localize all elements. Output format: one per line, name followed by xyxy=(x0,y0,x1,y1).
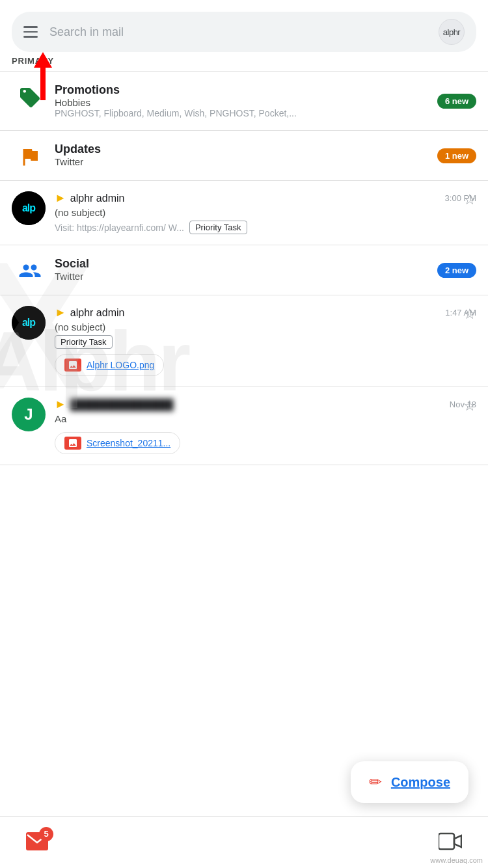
arrow-up-icon xyxy=(34,52,52,68)
updates-title: Updates xyxy=(55,142,432,156)
email-preview-1: Visit: https://playearnfi.com/ W... xyxy=(55,223,184,233)
video-icon xyxy=(439,832,462,850)
star-icon-2[interactable]: ☆ xyxy=(463,306,476,323)
footer-watermark: www.deuaq.com xyxy=(430,856,483,864)
search-input[interactable]: Search in mail xyxy=(49,25,439,39)
mail-badge: 5 xyxy=(39,827,53,841)
social-subtitle: Twitter xyxy=(55,271,432,282)
email-content-2: ► alphr admin 1:47 AM (no subject) Prior… xyxy=(55,306,476,376)
email-preview-row-1: Visit: https://playearnfi.com/ W... Prio… xyxy=(55,221,476,234)
compose-button[interactable]: ✏ Compose xyxy=(351,761,468,803)
hamburger-line-1 xyxy=(23,26,38,28)
hamburger-line-3 xyxy=(23,36,38,38)
sender-name-2: alphr admin xyxy=(70,307,125,319)
priority-arrow-icon-2: ► xyxy=(55,306,66,319)
category-social[interactable]: Social Twitter 2 new xyxy=(0,245,488,295)
updates-subtitle: Twitter xyxy=(55,156,432,167)
primary-tab[interactable]: PRIMARY xyxy=(0,52,488,71)
hamburger-menu-button[interactable] xyxy=(23,26,38,38)
social-badge: 2 new xyxy=(437,263,476,278)
promotions-preview: PNGHOST, Flipboard, Medium, Wish, PNGHOS… xyxy=(55,108,367,118)
star-icon-1[interactable]: ☆ xyxy=(463,191,476,208)
social-title: Social xyxy=(55,257,432,271)
attachment-name-2: Screenshot_20211... xyxy=(87,438,170,448)
email-subject-2: (no subject) xyxy=(55,321,476,332)
compose-pencil-icon: ✏ xyxy=(369,773,382,791)
updates-content: Updates Twitter xyxy=(55,142,432,167)
flag-icon xyxy=(12,142,48,169)
email-row-1[interactable]: alp ► alphr admin 3:00 PM (no subject) V… xyxy=(0,181,488,245)
priority-arrow-icon-3: ► xyxy=(55,398,66,411)
promotions-content: Promotions Hobbies PNGHOST, Flipboard, M… xyxy=(55,83,432,118)
priority-task-badge-2: Priority Task xyxy=(55,335,113,349)
priority-task-badge-1: Priority Task xyxy=(189,221,247,234)
arrow-stem xyxy=(40,68,46,100)
bottom-bar: 5 xyxy=(0,816,488,868)
attachment-chip-1[interactable]: Alphr LOGO.png xyxy=(55,354,164,376)
star-icon-3[interactable]: ☆ xyxy=(463,398,476,414)
compose-label: Compose xyxy=(391,775,450,790)
avatar[interactable]: alphr xyxy=(439,19,465,45)
promotions-badge: 6 new xyxy=(437,94,476,109)
email-subject-1: (no subject) xyxy=(55,207,476,218)
mail-tab-button[interactable]: 5 xyxy=(26,832,48,853)
email-subject-3: Aa xyxy=(55,413,476,424)
email-sender-2: ► alphr admin xyxy=(55,306,124,319)
video-tab-button[interactable] xyxy=(439,832,462,853)
category-promotions[interactable]: Promotions Hobbies PNGHOST, Flipboard, M… xyxy=(0,72,488,131)
sender-name-1: alphr admin xyxy=(70,193,125,204)
email-header-3: ► ██████████████ Nov 18 xyxy=(55,398,476,411)
alphr-avatar-1: alp xyxy=(12,191,46,225)
email-row-2[interactable]: alp ► alphr admin 1:47 AM (no subject) P… xyxy=(0,295,488,387)
priority-arrow-icon-1: ► xyxy=(55,191,66,205)
hamburger-line-2 xyxy=(23,31,38,33)
email-row-3[interactable]: J ► ██████████████ Nov 18 Aa Screenshot_… xyxy=(0,387,488,465)
email-header-1: ► alphr admin 3:00 PM xyxy=(55,191,476,205)
category-updates[interactable]: Updates Twitter 1 new xyxy=(0,131,488,181)
updates-badge: 1 new xyxy=(437,148,476,163)
annotation-arrow xyxy=(34,52,52,100)
social-content: Social Twitter xyxy=(55,257,432,282)
email-content-1: ► alphr admin 3:00 PM (no subject) Visit… xyxy=(55,191,476,234)
sender-name-blurred: ██████████████ xyxy=(70,399,174,411)
image-attachment-icon-1 xyxy=(64,359,81,372)
email-header-2: ► alphr admin 1:47 AM xyxy=(55,306,476,319)
search-bar: Search in mail alphr xyxy=(12,12,476,52)
email-content-3: ► ██████████████ Nov 18 Aa Screenshot_20… xyxy=(55,398,476,454)
image-attachment-icon-2 xyxy=(64,437,81,450)
attachment-chip-2[interactable]: Screenshot_20211... xyxy=(55,432,180,454)
email-preview-row-2: Priority Task xyxy=(55,335,476,349)
attachment-name-1: Alphr LOGO.png xyxy=(87,360,154,370)
social-icon xyxy=(12,257,48,283)
promotions-title: Promotions xyxy=(55,83,432,97)
alphr-avatar-2: alp xyxy=(12,306,46,340)
svg-rect-1 xyxy=(439,834,454,849)
email-sender-1: ► alphr admin xyxy=(55,191,124,205)
j-avatar: J xyxy=(12,398,46,431)
promotions-subtitle: Hobbies xyxy=(55,97,432,108)
email-sender-3: ► ██████████████ xyxy=(55,398,174,411)
